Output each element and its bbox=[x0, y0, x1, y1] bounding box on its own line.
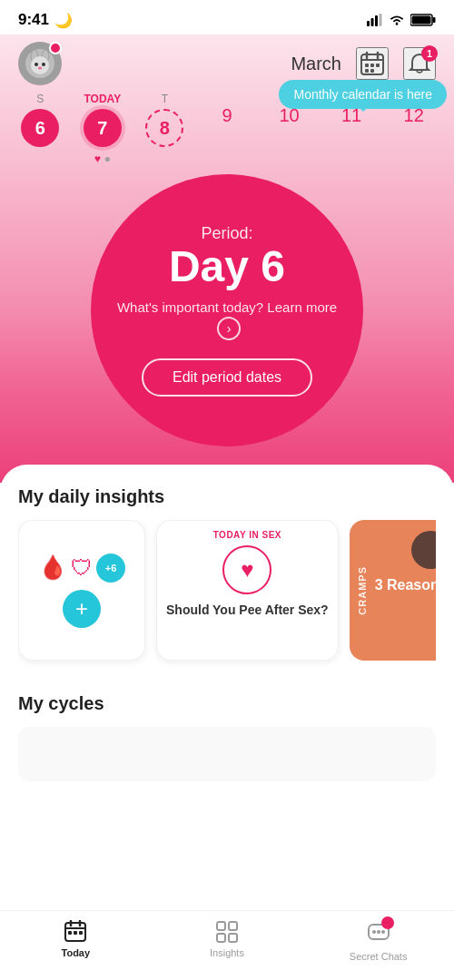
insights-title: My daily insights bbox=[18, 486, 436, 507]
cramps-card[interactable]: CRAMPS 🏃 3 Reasons for Cramps bbox=[350, 520, 436, 661]
svg-rect-2 bbox=[375, 15, 378, 26]
svg-point-38 bbox=[381, 930, 385, 934]
cramps-right: 🏃 3 Reasons for Cramps bbox=[375, 531, 436, 595]
insights-scroll[interactable]: 🩸 🛡 +6 + TODAY IN SEX ♥ Should You Pee A… bbox=[18, 520, 436, 668]
svg-rect-22 bbox=[365, 69, 369, 73]
heart-icon: ♥ bbox=[94, 152, 101, 165]
calendar-icon bbox=[360, 51, 385, 76]
notification-badge: 1 bbox=[421, 45, 438, 62]
tracker-icons-row: 🩸 🛡 +6 bbox=[38, 554, 125, 583]
day-col-9[interactable]: 9 bbox=[204, 93, 250, 134]
cycles-section: My cycles bbox=[18, 693, 436, 872]
day-label: Day 6 bbox=[169, 243, 285, 291]
svg-rect-34 bbox=[229, 934, 237, 942]
svg-point-4 bbox=[396, 23, 399, 25]
header-right: March bbox=[291, 47, 436, 80]
main-circle[interactable]: Period: Day 6 What's important today? Le… bbox=[91, 174, 363, 446]
shield-icon: 🛡 bbox=[71, 555, 93, 581]
nav-insights[interactable]: Insights bbox=[191, 920, 263, 958]
cramps-circles: 🏃 bbox=[411, 531, 436, 569]
day-circle-9[interactable]: 9 bbox=[208, 96, 246, 134]
top-area: March bbox=[0, 34, 454, 483]
tracker-card[interactable]: 🩸 🛡 +6 + bbox=[18, 520, 145, 661]
edit-period-button[interactable]: Edit period dates bbox=[142, 358, 312, 397]
day-circle-7[interactable]: 7 bbox=[84, 109, 122, 147]
status-bar: 9:41 🌙 bbox=[0, 0, 454, 34]
cycles-content bbox=[18, 727, 436, 781]
day-label-today: TODAY bbox=[84, 93, 122, 105]
svg-rect-0 bbox=[367, 21, 370, 26]
moon-icon: 🌙 bbox=[54, 12, 73, 29]
dot-icon: ● bbox=[104, 152, 111, 165]
status-icons bbox=[367, 14, 436, 26]
heart-icon: ♥ bbox=[241, 557, 253, 583]
wifi-icon bbox=[389, 14, 405, 26]
drop-icon-1: 🩸 bbox=[38, 554, 67, 582]
signal-icon bbox=[367, 14, 383, 26]
bell-container[interactable]: 1 bbox=[403, 47, 436, 80]
svg-rect-21 bbox=[376, 64, 380, 67]
avatar-notification-dot bbox=[49, 42, 62, 54]
svg-rect-19 bbox=[365, 64, 369, 67]
svg-rect-1 bbox=[371, 18, 374, 26]
svg-rect-29 bbox=[74, 931, 77, 935]
plus-count-badge: +6 bbox=[96, 554, 125, 583]
day-label-s: S bbox=[36, 93, 44, 105]
svg-rect-28 bbox=[68, 931, 72, 935]
day-label-t: T bbox=[162, 93, 168, 105]
secret-chat-badge bbox=[381, 916, 394, 929]
svg-point-12 bbox=[35, 63, 38, 66]
main-circle-container: Period: Day 6 What's important today? Le… bbox=[0, 174, 454, 446]
calendar-icon-button[interactable] bbox=[356, 47, 389, 80]
insights-nav-label: Insights bbox=[210, 947, 244, 958]
day-col-6[interactable]: S 6 bbox=[17, 93, 63, 147]
calendar-tooltip: Monthly calendar is here bbox=[279, 80, 447, 109]
insights-section: My daily insights 🩸 🛡 +6 + TODAY IN SEX … bbox=[18, 486, 436, 668]
today-nav-icon bbox=[64, 920, 87, 944]
svg-point-11 bbox=[31, 56, 49, 74]
calendar-week: S 6 TODAY 7 ♥ ● T 8 9 10 1 bbox=[0, 89, 454, 165]
svg-point-14 bbox=[38, 67, 42, 70]
secret-chats-nav-label: Secret Chats bbox=[350, 951, 408, 962]
svg-rect-32 bbox=[229, 922, 237, 930]
add-tracking-button[interactable]: + bbox=[63, 590, 101, 628]
sex-card[interactable]: TODAY IN SEX ♥ Should You Pee After Sex? bbox=[156, 520, 339, 661]
mood-dots: ♥ ● bbox=[94, 152, 111, 165]
nav-today[interactable]: Today bbox=[39, 920, 112, 958]
period-label: Period: bbox=[201, 224, 252, 243]
sex-tag: TODAY IN SEX bbox=[213, 530, 281, 540]
plus-count: +6 bbox=[105, 563, 117, 573]
cycles-title: My cycles bbox=[18, 693, 436, 714]
circle-subtitle: What's important today? Learn more › bbox=[109, 298, 345, 340]
insights-nav-icon bbox=[215, 920, 239, 944]
bottom-nav: Today Insights Secret Chats bbox=[0, 910, 454, 980]
sex-heart-circle: ♥ bbox=[222, 545, 271, 594]
day-col-8[interactable]: T 8 bbox=[142, 93, 187, 147]
svg-rect-20 bbox=[370, 64, 374, 67]
svg-point-36 bbox=[372, 930, 376, 934]
svg-rect-3 bbox=[380, 14, 382, 26]
battery-icon bbox=[410, 14, 436, 26]
content-area: My daily insights 🩸 🛡 +6 + TODAY IN SEX … bbox=[0, 465, 454, 872]
svg-point-13 bbox=[42, 63, 45, 66]
day-circle-6[interactable]: 6 bbox=[21, 109, 59, 147]
day-circle-8[interactable]: 8 bbox=[145, 109, 183, 147]
secret-icon-container bbox=[367, 920, 390, 947]
status-time: 9:41 bbox=[18, 11, 49, 29]
cramps-brown-circle bbox=[411, 531, 436, 569]
svg-point-37 bbox=[377, 930, 380, 934]
chevron-right-icon[interactable]: › bbox=[217, 317, 241, 340]
cramps-card-title: 3 Reasons for Cramps bbox=[375, 576, 436, 595]
day-col-7[interactable]: TODAY 7 ♥ ● bbox=[80, 93, 125, 165]
svg-rect-30 bbox=[79, 931, 83, 935]
today-nav-label: Today bbox=[62, 947, 91, 958]
sex-card-title: Should You Pee After Sex? bbox=[166, 602, 329, 618]
svg-rect-7 bbox=[412, 16, 431, 24]
cramps-label: CRAMPS bbox=[357, 566, 368, 615]
month-label: March bbox=[291, 54, 341, 74]
avatar-container[interactable] bbox=[18, 42, 62, 85]
nav-secret-chats[interactable]: Secret Chats bbox=[342, 920, 415, 962]
svg-rect-31 bbox=[217, 922, 225, 930]
svg-rect-33 bbox=[217, 934, 225, 942]
svg-rect-23 bbox=[370, 69, 374, 73]
